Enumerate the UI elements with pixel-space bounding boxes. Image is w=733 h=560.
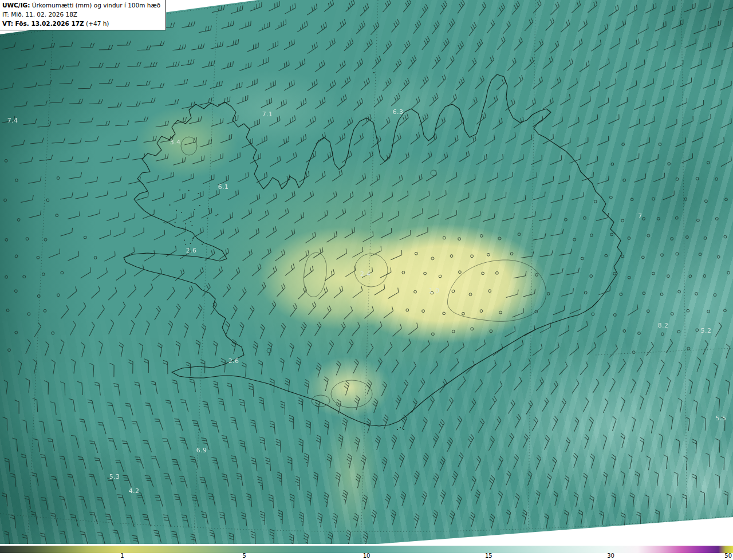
field-value-label: 5.2	[701, 327, 712, 334]
weather-map-app: 7.43.47.16.36.12.62.41.02.678.25.25.56.9…	[0, 0, 733, 560]
colorbar-tick-label: 5	[242, 553, 246, 559]
field-value-label: 7.1	[262, 111, 273, 118]
myrdalsjokull-outline	[331, 380, 372, 408]
field-value-label: 5.3	[109, 473, 120, 480]
myvatn-lake-outline	[431, 170, 436, 176]
iceland-coastline	[124, 74, 622, 426]
colorbar-ticks: 1510153050	[0, 553, 733, 560]
field-value-label: 1.0	[429, 287, 440, 294]
drangajokull-outline	[181, 137, 197, 155]
field-value-label: 7.4	[7, 117, 18, 124]
precip-colorbar: 1510153050	[0, 546, 733, 560]
weather-map: 7.43.47.16.36.12.62.41.02.678.25.25.56.9…	[0, 0, 733, 546]
field-value-label: 6.1	[218, 183, 229, 191]
valid-time: VT: Fös. 13.02.2026 17Z	[2, 20, 84, 27]
field-value-label: 8.2	[658, 322, 669, 329]
forecast-header: UWC/IG: Úrkomumætti (mm) og vindur í 100…	[0, 0, 166, 30]
field-value-label: 4.2	[129, 487, 140, 495]
colorbar-tick-label: 30	[607, 553, 614, 559]
field-value-label: 5.0	[531, 536, 542, 543]
colorbar-tick-label: 10	[363, 553, 371, 559]
colorbar-tick-label: 1	[120, 553, 124, 559]
colorbar-tick-label: 15	[485, 553, 492, 559]
eyjafjallajokull-outline	[312, 395, 330, 407]
field-value-label: 2.4	[360, 270, 371, 278]
init-time: Mið. 11. 02. 2026 18Z	[9, 11, 77, 18]
model-name: UWC/IG:	[2, 2, 30, 9]
field-value-label: 6.3	[393, 108, 404, 116]
field-value-label: 2.6	[186, 247, 197, 254]
field-value-label: 6.9	[196, 447, 207, 454]
colorbar-tick-label: 50	[724, 553, 732, 559]
header-title-line: UWC/IG: Úrkomumætti (mm) og vindur í 100…	[2, 1, 160, 10]
header-init-line: IT: Mið. 11. 02. 2026 18Z	[2, 10, 160, 19]
field-value-label: 7	[638, 212, 642, 220]
coastline	[124, 74, 622, 426]
field-value-label: 3.4	[170, 139, 181, 146]
field-value-label: 5.5	[716, 415, 727, 422]
init-label: IT:	[2, 11, 9, 18]
field-value-label: 2.6	[228, 357, 239, 365]
map-title: Úrkomumætti (mm) og vindur í 100m hæð	[30, 2, 160, 9]
valid-offset: (+47 h)	[84, 20, 109, 27]
header-valid-line: VT: Fös. 13.02.2026 17Z (+47 h)	[2, 19, 160, 29]
